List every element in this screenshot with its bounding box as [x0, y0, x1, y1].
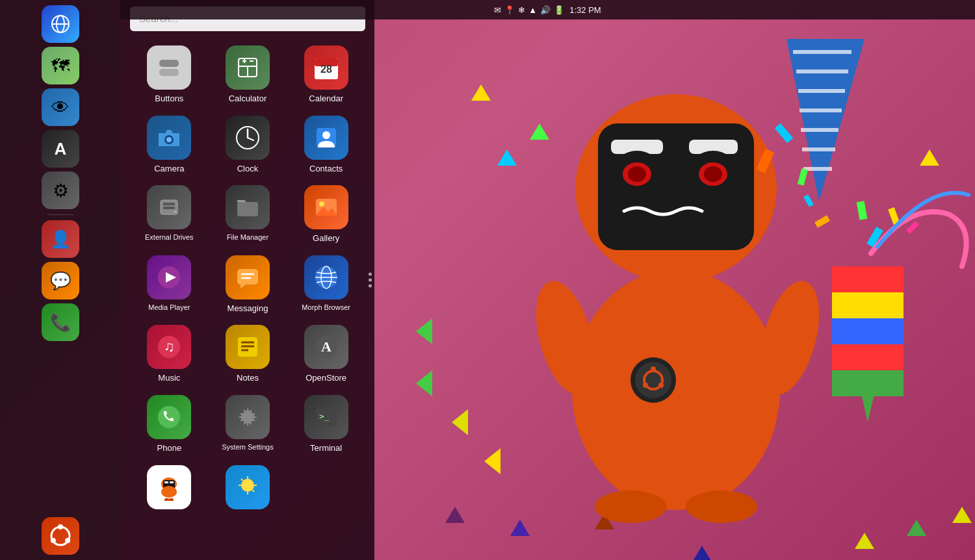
svg-point-111 — [158, 406, 180, 428]
svg-marker-52 — [692, 546, 712, 560]
svg-point-18 — [704, 166, 722, 182]
sidebar-item-contacts[interactable]: 👤 — [42, 220, 79, 258]
app-label-openstore: OpenStore — [306, 373, 346, 383]
status-icons: ✉ 📍 ❄ ▲ 🔊 🔋 — [494, 5, 564, 15]
svg-text:A: A — [321, 338, 332, 355]
svg-rect-118 — [170, 481, 174, 483]
svg-rect-59 — [798, 168, 808, 186]
svg-rect-91 — [237, 202, 258, 216]
app-item-calendar[interactable]: 28 Calendar — [287, 39, 365, 109]
sidebar-item-settings[interactable]: ⚙ — [42, 172, 79, 209]
bluetooth-icon: ❄ — [518, 5, 525, 15]
app-item-clock[interactable]: Clock — [209, 109, 287, 179]
svg-point-27 — [643, 383, 648, 388]
svg-point-68 — [51, 538, 56, 543]
app-label-notes: Notes — [237, 373, 259, 383]
app-item-terminal[interactable]: >_ Terminal — [287, 388, 365, 459]
svg-point-119 — [161, 486, 177, 498]
svg-point-26 — [658, 383, 664, 388]
app-item-buttons[interactable]: Buttons — [130, 39, 209, 109]
dot-3 — [369, 285, 372, 288]
svg-marker-47 — [510, 520, 530, 536]
svg-rect-97 — [237, 269, 258, 285]
svg-marker-43 — [471, 84, 491, 101]
app-label-music: Music — [158, 373, 180, 383]
app-label-gallery: Gallery — [313, 233, 339, 244]
svg-marker-54 — [416, 370, 432, 396]
app-label-contacts: Contacts — [309, 164, 343, 174]
app-item-messaging[interactable]: Messaging — [209, 249, 287, 319]
app-label-file-manager: File Manager — [227, 233, 268, 242]
svg-marker-42 — [920, 149, 939, 166]
svg-text:>_: >_ — [319, 411, 330, 421]
svg-marker-46 — [445, 507, 465, 523]
svg-rect-38 — [906, 221, 919, 234]
app-item-phone[interactable]: Phone — [130, 388, 209, 459]
volume-icon: 🔊 — [540, 5, 551, 15]
svg-marker-55 — [452, 409, 468, 435]
sidebar-item-phone[interactable]: 📞 — [42, 303, 79, 341]
app-item-file-manager[interactable]: File Manager — [209, 179, 287, 249]
svg-point-86 — [322, 131, 330, 139]
more-dots — [369, 273, 372, 288]
sidebar-item-ubuntu[interactable] — [42, 517, 79, 555]
location-icon: 📍 — [504, 5, 515, 15]
app-item-external-drives[interactable]: External Drives — [130, 179, 209, 249]
app-label-clock: Clock — [237, 164, 259, 174]
sidebar-item-maps[interactable]: 🗺 — [42, 47, 79, 84]
dot-2 — [369, 279, 372, 282]
app-item-media-player[interactable]: Media Player — [130, 249, 209, 319]
app-item-music[interactable]: ♫ Music — [130, 318, 209, 388]
app-label-morph-browser: Morph Browser — [302, 303, 350, 312]
app-item-openstore[interactable]: A OpenStore — [287, 318, 365, 388]
app-label-terminal: Terminal — [310, 443, 342, 453]
app-label-camera: Camera — [154, 164, 184, 174]
app-item-morph-browser[interactable]: Morph Browser — [287, 249, 365, 319]
svg-text:♫: ♫ — [164, 338, 175, 355]
svg-marker-32 — [832, 292, 904, 318]
svg-rect-39 — [857, 201, 868, 220]
sidebar-item-webcam[interactable]: 👁 — [42, 88, 79, 126]
app-label-messaging: Messaging — [228, 303, 268, 314]
svg-marker-0 — [786, 39, 864, 201]
svg-point-20 — [572, 270, 780, 510]
svg-marker-45 — [530, 123, 549, 140]
svg-point-93 — [319, 201, 324, 207]
svg-marker-35 — [832, 370, 904, 396]
app-item-notes[interactable]: Notes — [209, 318, 287, 388]
svg-rect-58 — [775, 123, 793, 144]
wifi-icon: ▲ — [528, 5, 537, 15]
svg-rect-121 — [169, 498, 174, 501]
svg-marker-49 — [855, 533, 874, 549]
app-label-buttons: Buttons — [155, 94, 183, 104]
svg-rect-89 — [163, 207, 175, 209]
sidebar-item-fonts[interactable]: A — [42, 130, 79, 168]
svg-marker-44 — [497, 149, 517, 166]
app-item-contacts[interactable]: Contacts — [287, 109, 365, 179]
mail-icon: ✉ — [494, 5, 501, 15]
svg-marker-33 — [832, 318, 904, 344]
svg-line-127 — [241, 479, 243, 481]
app-item-system-settings[interactable]: System Settings — [209, 388, 287, 459]
app-label-calendar: Calendar — [309, 94, 343, 104]
app-item-bot[interactable] — [130, 459, 209, 518]
app-item-calculator[interactable]: Calculator — [209, 39, 287, 109]
sidebar-item-browser[interactable] — [42, 5, 79, 43]
svg-point-66 — [58, 524, 63, 529]
svg-marker-31 — [832, 266, 904, 292]
app-item-weather[interactable] — [209, 459, 287, 518]
sidebar-divider — [47, 214, 73, 215]
app-drawer: Search... Buttons — [121, 0, 374, 560]
sidebar-item-messaging[interactable]: 💬 — [42, 262, 79, 299]
svg-rect-40 — [814, 215, 830, 228]
app-label-external-drives: External Drives — [145, 233, 194, 242]
svg-rect-117 — [164, 481, 168, 483]
app-item-camera[interactable]: Camera — [130, 109, 209, 179]
app-item-gallery[interactable]: Gallery — [287, 179, 365, 249]
clock-time: 1:32 PM — [569, 5, 601, 15]
svg-marker-56 — [484, 448, 500, 474]
svg-marker-53 — [416, 318, 432, 344]
svg-point-81 — [166, 137, 172, 142]
svg-text:28: 28 — [320, 64, 332, 75]
svg-point-14 — [628, 166, 646, 182]
